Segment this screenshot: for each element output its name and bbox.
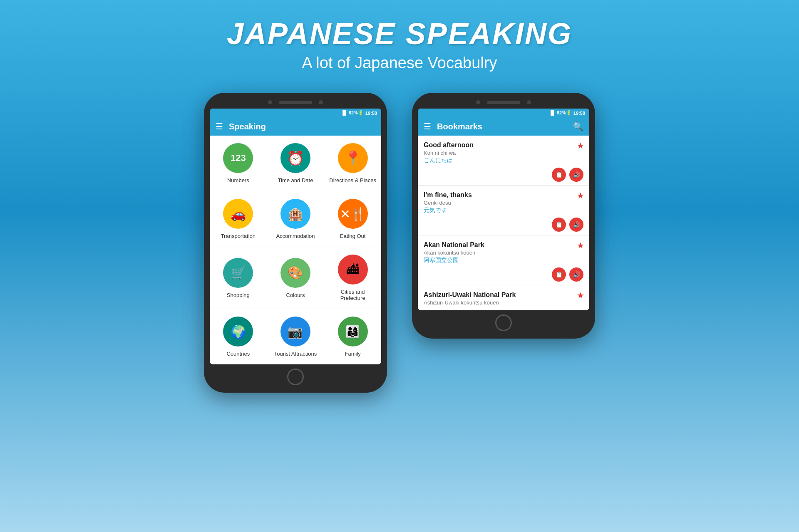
numbers-label: Numbers [227,177,249,183]
time-date-icon: ⏰ [280,143,310,173]
category-tourist[interactable]: 📷 Tourist Attractions [267,309,324,364]
copy-button-1[interactable]: 📋 [552,168,566,182]
app-bar-right: ☰ Bookmarks 🔍 [418,117,589,136]
phone-top-bar-left [210,100,381,104]
category-eating-out[interactable]: ✕🍴 Eating Out [324,191,381,247]
bookmark-romaji-1: Kon ni chi wa [424,150,583,156]
category-accommodation[interactable]: 🏨 Accommodation [267,191,324,247]
copy-button-2[interactable]: 📋 [552,218,566,232]
phone-speaker-right [487,101,520,104]
phone-right: ▐▌ 82%🔋 19:58 ☰ Bookmarks 🔍 ★ Good after… [412,93,595,339]
category-cities[interactable]: 🏙 Cities and Prefecture [324,247,381,309]
phone-dot-r1 [476,100,480,104]
bookmark-romaji-2: Genki desu [424,200,583,206]
app-bar-title-left: Speaking [229,122,375,131]
shopping-icon: 🛒 [223,258,253,288]
bookmark-title-1: Good afternoon [424,141,583,149]
category-transportation[interactable]: 🚗 Transportation [210,191,267,247]
bookmark-romaji-4: Ashizuri-Uwaki kokuritsu kouen [424,299,583,306]
app-bar-title-right: Bookmarks [437,122,567,131]
eating-out-icon: ✕🍴 [338,199,368,229]
phone-screen-left: ▐▌ 82%🔋 19:58 ☰ Speaking 123 Numbers [210,109,381,364]
bookmark-star-1[interactable]: ★ [577,141,584,151]
bookmark-item-4[interactable]: ★ Ashizuri-Uwaki National Park Ashizuri-… [418,285,589,310]
hamburger-icon-left[interactable]: ☰ [216,121,223,131]
category-colours[interactable]: 🎨 Colours [267,247,324,309]
cities-icon: 🏙 [338,255,368,285]
category-numbers[interactable]: 123 Numbers [210,136,267,191]
accommodation-label: Accommodation [276,233,315,239]
speak-button-2[interactable]: 🔊 [569,218,583,232]
family-icon: 👨‍👩‍👧 [338,317,368,346]
phones-container: ▐▌ 82%🔋 19:58 ☰ Speaking 123 Numbers [204,93,595,393]
directions-icon: 📍 [338,143,368,173]
phone-top-bar-right [418,100,589,104]
bookmark-actions-1: 📋 🔊 [424,168,583,182]
phone-screen-right: ▐▌ 82%🔋 19:58 ☰ Bookmarks 🔍 ★ Good after… [418,109,589,310]
bookmark-japanese-1: こんにちは [424,157,583,164]
status-bar-right: ▐▌ 82%🔋 19:58 [418,109,589,117]
phone-dot [268,100,272,104]
speak-button-3[interactable]: 🔊 [569,267,583,282]
transportation-label: Transportation [221,233,256,239]
header: JAPANESE SPEAKING A lot of Japanese Voca… [227,0,572,80]
bookmark-item-2[interactable]: ★ I'm fine, thanks Genki desu 元気です 📋 🔊 [418,186,589,235]
hamburger-icon-right[interactable]: ☰ [424,121,431,131]
copy-button-3[interactable]: 📋 [552,267,566,282]
bookmark-star-2[interactable]: ★ [577,191,584,200]
shopping-label: Shopping [227,292,250,298]
bookmark-japanese-2: 元気です [424,207,583,214]
status-time-right: 19:58 [573,111,585,116]
bookmark-item-1[interactable]: ★ Good afternoon Kon ni chi wa こんにちは 📋 🔊 [418,136,589,186]
time-date-label: Time and Date [278,177,313,183]
speak-button-1[interactable]: 🔊 [569,168,583,182]
phone-dot-2 [319,100,323,104]
bookmark-romaji-3: Akan kokuritsu kouen [424,250,583,256]
family-label: Family [345,351,361,357]
countries-label: Countries [227,351,250,357]
bookmark-star-4[interactable]: ★ [577,290,584,300]
status-signal-left: ▐▌ 82%🔋 [341,110,364,116]
phone-bottom-bar-right [418,314,589,331]
categories-grid: 123 Numbers ⏰ Time and Date 📍 Directions… [210,136,381,364]
colours-icon: 🎨 [280,258,310,288]
tourist-icon: 📷 [280,317,310,346]
status-signal-right: ▐▌ 82%🔋 [549,110,572,116]
bookmark-japanese-3: 阿寒国立公園 [424,257,583,264]
header-subtitle: A lot of Japanese Vocabulry [227,54,572,72]
category-time-date[interactable]: ⏰ Time and Date [267,136,324,191]
numbers-icon: 123 [223,143,253,173]
bookmark-title-3: Akan National Park [424,241,583,249]
tourist-label: Tourist Attractions [274,351,317,357]
phone-home-button-right[interactable] [495,314,512,331]
bookmark-actions-2: 📋 🔊 [424,218,583,232]
bookmark-star-3[interactable]: ★ [577,240,584,250]
category-directions[interactable]: 📍 Directions & Places [324,136,381,191]
bookmark-list: ★ Good afternoon Kon ni chi wa こんにちは 📋 🔊… [418,136,589,310]
category-shopping[interactable]: 🛒 Shopping [210,247,267,309]
cities-label: Cities and Prefecture [328,289,377,301]
eating-out-label: Eating Out [340,233,365,239]
app-bar-left: ☰ Speaking [210,117,381,136]
accommodation-icon: 🏨 [280,199,310,229]
search-icon-right[interactable]: 🔍 [573,121,583,131]
phone-bottom-bar-left [210,369,381,385]
bookmark-item-3[interactable]: ★ Akan National Park Akan kokuritsu koue… [418,235,589,285]
category-family[interactable]: 👨‍👩‍👧 Family [324,309,381,364]
status-bar-left: ▐▌ 82%🔋 19:58 [210,109,381,117]
countries-icon: 🌍 [223,317,253,346]
bookmark-title-2: I'm fine, thanks [424,191,583,199]
phone-speaker [279,101,312,104]
bookmark-actions-3: 📋 🔊 [424,267,583,282]
header-title: JAPANESE SPEAKING [227,17,572,51]
phone-left: ▐▌ 82%🔋 19:58 ☰ Speaking 123 Numbers [204,93,387,393]
status-time-left: 19:58 [365,111,377,116]
colours-label: Colours [286,292,305,298]
transportation-icon: 🚗 [223,199,253,229]
directions-label: Directions & Places [329,177,376,183]
category-countries[interactable]: 🌍 Countries [210,309,267,364]
phone-dot-r2 [527,100,531,104]
phone-home-button-left[interactable] [287,369,304,385]
bookmark-title-4: Ashizuri-Uwaki National Park [424,291,583,299]
